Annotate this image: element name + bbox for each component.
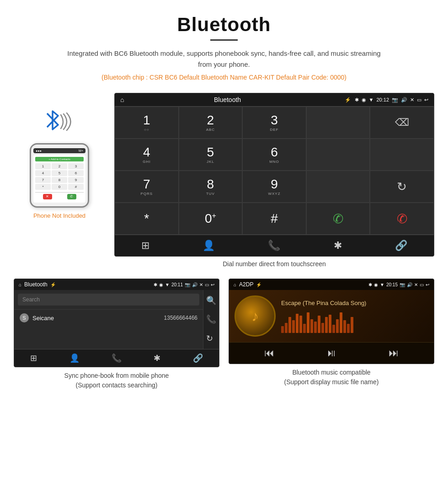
dial-cell-empty-2 bbox=[306, 139, 370, 171]
pb-bottom-toolbar: ⊞ 👤 📞 ✱ 🔗 bbox=[14, 349, 219, 367]
pb-phone-icon[interactable]: 📞 bbox=[112, 353, 122, 363]
dial-cell-empty-3 bbox=[370, 139, 434, 171]
dial-key-3[interactable]: 3 DEF bbox=[242, 107, 306, 139]
contact-row[interactable]: S Seicane 13566664466 bbox=[14, 309, 203, 326]
dial-key-1[interactable]: 1 ○○ bbox=[115, 107, 179, 139]
music-status-bar: ⌂ A2DP ⚡ ✱ ◉ ▼ 20:15 📷 🔊 ✕ ▭ ↩ bbox=[229, 279, 434, 290]
contact-name: Seicane bbox=[32, 315, 164, 322]
music-player-screen: ⌂ A2DP ⚡ ✱ ◉ ▼ 20:15 📷 🔊 ✕ ▭ ↩ ♪ bbox=[229, 279, 434, 364]
page-title: Bluetooth bbox=[9, 14, 439, 36]
music-screenshot-box: ⌂ A2DP ⚡ ✱ ◉ ▼ 20:15 📷 🔊 ✕ ▭ ↩ ♪ bbox=[229, 279, 434, 390]
pb-sig-icon: ▼ bbox=[165, 282, 170, 287]
signal-waves bbox=[59, 110, 73, 135]
play-pause-btn[interactable]: ⏯ bbox=[326, 347, 336, 359]
music-controls: ⏮ ⏯ ⏭ bbox=[229, 342, 434, 364]
music-title: A2DP bbox=[239, 281, 253, 288]
pb-right-icons: 🔍 📞 ↻ bbox=[203, 290, 219, 349]
pb-back-icon: ↩ bbox=[211, 282, 214, 287]
music-note-icon: ♪ bbox=[251, 308, 259, 325]
link-icon[interactable]: 🔗 bbox=[395, 240, 407, 252]
dial-hangup-red-btn[interactable]: ✆ bbox=[370, 203, 434, 235]
contacts-icon[interactable]: 👤 bbox=[203, 240, 215, 252]
dial-key-8[interactable]: 8 TUV bbox=[179, 171, 243, 203]
phone-icon[interactable]: 📞 bbox=[268, 240, 280, 252]
main-content: ●●●M+ + Add to Contacts 123 456 789 *0# … bbox=[0, 93, 448, 274]
music-usb-icon: ⚡ bbox=[256, 282, 261, 287]
phone-top-bar: ●●●M+ bbox=[33, 148, 85, 153]
header-divider bbox=[210, 39, 238, 41]
location-icon: ◉ bbox=[362, 97, 366, 103]
music-info: Escape (The Pina Colada Song) bbox=[281, 300, 428, 333]
pb-home-icon: ⌂ bbox=[19, 282, 21, 287]
grid-icon[interactable]: ⊞ bbox=[141, 240, 149, 252]
dial-key-2[interactable]: 2 ABC bbox=[179, 107, 243, 139]
pb-usb-icon: ⚡ bbox=[50, 282, 56, 287]
next-track-btn[interactable]: ⏭ bbox=[389, 347, 399, 359]
music-cam-icon: 📷 bbox=[400, 282, 405, 287]
pb-refresh-icon[interactable]: ↻ bbox=[206, 333, 216, 343]
phonebook-caption: Sync phone-book from mobile phone (Suppo… bbox=[14, 371, 219, 390]
pb-bt-icon: ✱ bbox=[154, 282, 157, 287]
pb-grid-icon[interactable]: ⊞ bbox=[30, 353, 37, 363]
phone-keypad: 123 456 789 *0# bbox=[35, 163, 84, 190]
eq-visualizer bbox=[281, 310, 428, 333]
pb-bt-bottom-icon[interactable]: ✱ bbox=[154, 353, 160, 363]
dial-key-hash[interactable]: # bbox=[242, 203, 306, 235]
time-display: 20:12 bbox=[376, 97, 389, 102]
dial-key-4[interactable]: 4 GHI bbox=[115, 139, 179, 171]
dial-key-0[interactable]: 0+ bbox=[179, 203, 243, 235]
pb-empty-space bbox=[14, 326, 203, 349]
dial-call-green-btn[interactable]: ✆ bbox=[306, 203, 370, 235]
dial-backspace[interactable]: ⌫ bbox=[370, 107, 434, 139]
pb-list-area: Search S Seicane 13566664466 bbox=[14, 290, 203, 349]
pb-vol-icon: 🔊 bbox=[192, 282, 197, 287]
music-win-icon: ▭ bbox=[420, 282, 424, 287]
phone-end-btn: ✕ bbox=[43, 194, 52, 199]
phone-screen: + Add to Contacts 123 456 789 *0# ✕ ✆ bbox=[33, 155, 85, 203]
pb-time: 20:11 bbox=[171, 282, 183, 287]
dial-key-7[interactable]: 7 PQRS bbox=[115, 171, 179, 203]
music-caption-line2: (Support display music file name) bbox=[284, 378, 379, 386]
music-status-icons: ✱ ◉ ▼ 20:15 📷 🔊 ✕ ▭ ↩ bbox=[368, 282, 429, 287]
pb-search-icon[interactable]: 🔍 bbox=[206, 295, 216, 306]
pb-search-bar[interactable]: Search bbox=[18, 294, 199, 306]
music-caption-line1: Bluetooth music compatible bbox=[292, 369, 370, 376]
dial-key-6[interactable]: 6 MNO bbox=[242, 139, 306, 171]
camera-icon: 📷 bbox=[392, 97, 398, 103]
dial-cell-empty-4 bbox=[306, 171, 370, 203]
pb-win-icon: ▭ bbox=[205, 282, 209, 287]
dialer-keypad-grid: 1 ○○ 2 ABC 3 DEF ⌫ 4 GHI bbox=[115, 106, 434, 235]
dialer-status-bar: ⌂ Bluetooth ⚡ ✱ ◉ ▼ 20:12 📷 🔊 ✕ ▭ ↩ bbox=[115, 93, 434, 106]
phonebook-screen: ⌂ Bluetooth ⚡ ✱ ◉ ▼ 20:11 📷 🔊 ✕ ▭ ↩ bbox=[14, 279, 219, 367]
pb-call-icon[interactable]: 📞 bbox=[206, 314, 216, 324]
bt-icon[interactable]: ✱ bbox=[334, 240, 342, 252]
music-vol-icon: 🔊 bbox=[407, 282, 412, 287]
close-icon: ✕ bbox=[410, 97, 414, 103]
music-sig-icon: ▼ bbox=[380, 282, 384, 287]
dialer-bottom-toolbar: ⊞ 👤 📞 ✱ 🔗 bbox=[115, 235, 434, 256]
pb-content-area: Search S Seicane 13566664466 🔍 📞 ↻ bbox=[14, 290, 219, 349]
pb-link-icon[interactable]: 🔗 bbox=[193, 353, 203, 363]
dial-key-5[interactable]: 5 JKL bbox=[179, 139, 243, 171]
back-icon: ↩ bbox=[424, 97, 428, 103]
music-time: 20:15 bbox=[386, 282, 398, 287]
dialer-display: ⌂ Bluetooth ⚡ ✱ ◉ ▼ 20:12 📷 🔊 ✕ ▭ ↩ bbox=[114, 93, 434, 257]
dial-refresh[interactable]: ↻ bbox=[370, 171, 434, 203]
music-caption: Bluetooth music compatible (Support disp… bbox=[229, 368, 434, 387]
prev-track-btn[interactable]: ⏮ bbox=[264, 347, 274, 359]
signal-icon: ▼ bbox=[369, 97, 374, 102]
status-icons: ✱ ◉ ▼ 20:12 📷 🔊 ✕ ▭ ↩ bbox=[355, 97, 428, 103]
dial-key-star[interactable]: * bbox=[115, 203, 179, 235]
phone-section: ●●●M+ + Add to Contacts 123 456 789 *0# … bbox=[14, 93, 105, 219]
dial-key-9[interactable]: 9 WXYZ bbox=[242, 171, 306, 203]
bluetooth-status-icon: ✱ bbox=[355, 97, 359, 103]
dial-cell-empty-1 bbox=[306, 107, 370, 139]
window-icon: ▭ bbox=[417, 97, 421, 103]
page-header: Bluetooth Integrated with BC6 Bluetooth … bbox=[0, 0, 448, 93]
music-back-icon: ↩ bbox=[426, 282, 429, 287]
dialer-title: Bluetooth bbox=[114, 96, 341, 103]
pb-title: Bluetooth bbox=[24, 281, 48, 288]
pb-status-icons: ✱ ◉ ▼ 20:11 📷 🔊 ✕ ▭ ↩ bbox=[154, 282, 214, 287]
dial-caption: Dial number direct from touchscreen bbox=[114, 260, 434, 268]
pb-contacts-icon[interactable]: 👤 bbox=[69, 353, 80, 363]
